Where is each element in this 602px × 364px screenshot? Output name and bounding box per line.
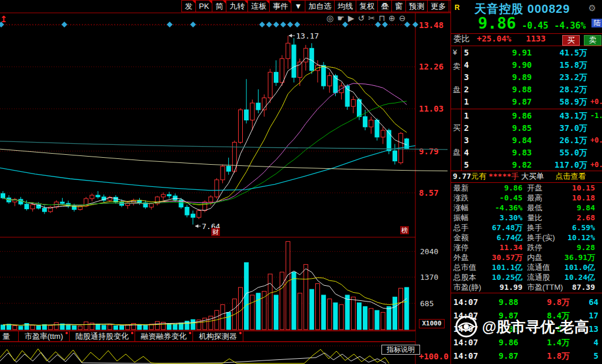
kline-chart[interactable]: 13.4812.2611.039.798.572040137068513.177… — [0, 0, 450, 364]
toolbar-forecast[interactable]: 预测 — [406, 0, 428, 12]
big-order-notice[interactable]: 9.77元有 *****手 大买单 点击查看 — [451, 171, 602, 182]
lock-icon[interactable]: ⊓ — [379, 13, 385, 23]
svg-text:11.03: 11.03 — [419, 104, 443, 113]
ask-row-2[interactable]: 29.8828.2万 — [462, 84, 602, 96]
ask-row-1[interactable]: 19.8758.9万+0.8 — [462, 96, 602, 108]
order-book-side-label: 卖 — [453, 61, 460, 72]
toolbar-nine-turn[interactable]: 九转 — [226, 0, 248, 12]
stat-row: 最新9.86开盘10.15 — [451, 183, 602, 193]
zoom-out-icon[interactable]: ⊖ — [399, 13, 406, 23]
rank-badge[interactable]: 榜 — [400, 226, 409, 234]
bid-row-2[interactable]: 29.8537.0万 — [462, 122, 602, 134]
notice-unit: 手 — [511, 172, 519, 181]
tab-pe-ttm[interactable]: 市盈率(ttm) — [19, 331, 70, 341]
time-sales: 14:079.889.8万6414:079.878.4万1714:079.868… — [451, 293, 602, 364]
stats-grid: 最新9.86开盘10.15涨跌-0.45最高10.18涨幅-4.36%最低9.8… — [451, 183, 602, 293]
indicator-layer — [0, 349, 389, 363]
order-book-side-label: 盘 — [453, 147, 460, 158]
notice-body: 大买单 — [521, 172, 544, 181]
toolbar-consecutive-boards[interactable]: 连板 — [248, 0, 270, 12]
tape-row: 14:079.871.8万5 — [451, 349, 602, 362]
bottom-tabs: 量市盈率(ttm)陆股通持股变化融资融券变化机构探测器 — [0, 331, 415, 342]
toolbar-events-dropdown[interactable]: ▼ — [291, 0, 305, 12]
notice-masked: ***** — [489, 172, 511, 181]
svg-text:685: 685 — [420, 299, 434, 308]
buy-button[interactable]: 买 — [562, 35, 580, 46]
volume-unit-label: X1000 — [419, 319, 445, 328]
toolbar-pk[interactable]: PK — [196, 0, 212, 12]
stat-row: 振幅3.30%量比2.68 — [451, 213, 602, 223]
tab-northbound-holdings[interactable]: 陆股通持股变化 — [70, 331, 135, 341]
tape-row: 14:079.889.8万64 — [451, 296, 602, 308]
stock-code: 000829 — [528, 2, 570, 15]
toolbar-events[interactable]: 事件 — [270, 0, 291, 12]
toolbar-ma[interactable]: 均线 — [335, 0, 356, 12]
zoom-in-icon[interactable]: ⊕ — [388, 13, 395, 23]
toolbar-more[interactable]: 更多 — [428, 0, 449, 12]
volume-layer[interactable] — [1, 241, 409, 330]
hk-connect-badge: 陆 — [591, 19, 602, 27]
svg-text:13.17: 13.17 — [296, 32, 319, 40]
order-book-side-label: ¥ — [453, 48, 460, 57]
order-book: ¥卖盘买盘59.9141.5万49.9015.8万39.8923.2万29.88… — [451, 46, 602, 171]
toolbar-adjust[interactable]: 复权 — [356, 0, 378, 12]
stock-name: 天音控股 — [474, 2, 524, 15]
eye-icon[interactable]: ◎ — [326, 13, 333, 23]
tape-row: 14:079.868.8万13 — [451, 323, 602, 335]
weibi-label: 委比 — [453, 34, 470, 44]
toolbar-window[interactable]: 窗 — [392, 0, 406, 12]
notice-action-link[interactable]: 点击查看 — [555, 172, 586, 181]
toolbar-simplified[interactable]: 简 — [212, 0, 226, 12]
sell-button[interactable]: 卖 — [584, 35, 601, 46]
ask-row-3[interactable]: 39.8923.2万 — [462, 71, 602, 84]
stat-row: 总市值101.1亿流通值101.0亿 — [451, 262, 602, 272]
weibi-value: +25.04% — [477, 34, 511, 43]
ask-row-5[interactable]: 59.9141.5万 — [462, 47, 602, 59]
bid-row-5[interactable]: 59.82117.0万+0.1 — [462, 159, 602, 171]
last-price: 9.86 — [478, 14, 516, 32]
finance-badge[interactable]: 财 — [211, 228, 220, 236]
stat-row: 总股本10.25亿流通股10.24亿 — [451, 272, 602, 282]
hand-icon[interactable]: ☛ — [337, 13, 345, 23]
tab-energy-partial[interactable]: 量 — [0, 331, 19, 341]
top-toolbar: 发PK简九转连板事件▼加自选均线复权叠窗预测更多⇥▼ — [181, 0, 476, 12]
red-dot-icon — [66, 332, 68, 334]
notice-text1: 元有 — [471, 172, 486, 181]
toolbar-publish[interactable]: 发 — [181, 0, 196, 12]
gear-icon[interactable]: ⚙ — [589, 3, 596, 13]
red-dot-icon — [239, 332, 242, 334]
candles-layer[interactable] — [1, 36, 409, 224]
stock-app-window: 13.4812.2611.039.798.572040137068513.177… — [0, 0, 602, 364]
draw-arrow-icon[interactable]: ↥ — [0, 14, 8, 25]
stat-row: 涨幅-4.36%最低9.84 — [451, 203, 602, 213]
tab-margin-trading[interactable]: 融资融券变化 — [135, 331, 193, 341]
notice-price: 9.77 — [453, 172, 471, 181]
svg-text:9.79: 9.79 — [419, 147, 439, 156]
svg-text:13.48: 13.48 — [419, 20, 443, 30]
chart-tool-icons: ◎☛▶↺✂⊓⊕⊖ — [326, 13, 405, 23]
svg-text:1370: 1370 — [420, 273, 438, 282]
order-book-side-label: 盘 — [453, 85, 460, 95]
r-badge: R — [455, 4, 460, 12]
indicator-help-button[interactable]: 指标说明 — [381, 345, 420, 355]
undo-icon[interactable]: ↺ — [358, 13, 365, 23]
grid-layer: 13.4812.2611.039.798.5720401370685 — [0, 13, 450, 364]
ask-row-4[interactable]: 49.9015.8万 — [462, 59, 602, 71]
bid-row-1[interactable]: 19.8643.1万-1.1 — [462, 110, 602, 122]
bid-row-4[interactable]: 49.8355.0万 — [462, 147, 602, 159]
bid-row-3[interactable]: 39.8426.1万+0.6 — [462, 134, 602, 147]
quote-panel: R 天音控股 000829 ⚙ 9.86 -0.45 -4.36% 陆 委比 +… — [450, 0, 602, 364]
toolbar-overlay[interactable]: 叠 — [378, 0, 392, 12]
svg-text:2040: 2040 — [420, 247, 438, 256]
play-icon[interactable]: ▶ — [348, 13, 355, 23]
stat-row: 金额6.74亿换手(实)10.12% — [451, 233, 602, 242]
stat-row: 总手67.48万换手6.59% — [451, 223, 602, 233]
red-dot-icon — [131, 332, 133, 334]
tape-row: 14:079.878.4万17 — [451, 309, 602, 322]
tape-row: 14:079.861.4万4 — [451, 336, 602, 349]
toolbar-add-watchlist[interactable]: 加自选 — [305, 0, 335, 12]
tab-institution-detector[interactable]: 机构探测器 — [193, 331, 243, 341]
indicator-axis-label: +100.0 — [419, 352, 449, 361]
weicha-value: 1133 — [526, 34, 546, 43]
scissors-icon[interactable]: ✂ — [368, 13, 375, 23]
